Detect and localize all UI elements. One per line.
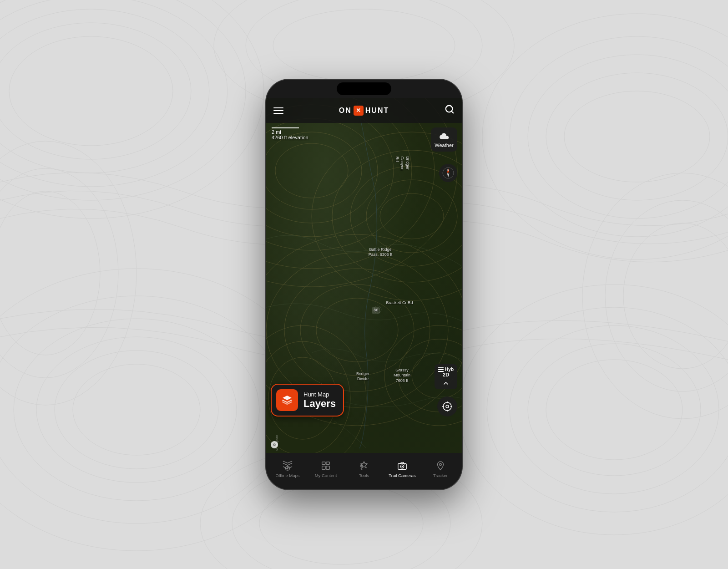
svg-rect-76	[322, 466, 325, 469]
chevron-up-icon	[444, 382, 448, 385]
svg-point-8	[528, 55, 728, 218]
svg-point-13	[36, 337, 237, 483]
svg-point-80	[402, 466, 403, 467]
compass-icon: N	[442, 167, 455, 179]
svg-point-0	[9, 36, 173, 146]
elevation-text: 4260 ft elevation	[272, 135, 308, 140]
svg-point-26	[0, 168, 118, 378]
tracker-icon	[435, 460, 445, 471]
svg-rect-77	[326, 466, 329, 469]
svg-point-81	[404, 464, 405, 465]
app-logo: ON ✕ HUNT	[339, 106, 389, 116]
svg-point-57	[374, 306, 381, 313]
svg-point-22	[273, 9, 455, 82]
my-content-label: My Content	[315, 473, 337, 478]
map-type-label: Hyb	[438, 367, 454, 372]
layers-text-container: Hunt Map Layers	[303, 391, 336, 409]
bottom-navigation: Offline Maps My Content T	[266, 453, 462, 489]
svg-point-39	[266, 98, 435, 269]
svg-point-3	[0, 0, 228, 187]
menu-button[interactable]	[273, 107, 283, 114]
svg-point-27	[0, 141, 136, 405]
svg-rect-64	[438, 367, 444, 368]
svg-point-11	[73, 364, 200, 455]
svg-point-2	[0, 9, 209, 173]
map-info: 2 mi 4260 ft elevation	[272, 127, 308, 140]
nav-item-my-content[interactable]: My Content	[307, 460, 345, 478]
svg-rect-74	[322, 462, 325, 464]
my-content-icon	[321, 460, 331, 471]
offline-maps-label: Offline Maps	[275, 473, 299, 478]
svg-point-25	[0, 191, 100, 355]
search-icon	[445, 104, 455, 114]
map-container[interactable]: ON ✕ HUNT 2 mi 4260 ft elevation Battle …	[266, 98, 462, 453]
search-button[interactable]	[445, 104, 455, 117]
svg-point-31	[259, 483, 423, 564]
phone-status-bar	[266, 80, 462, 98]
mapbox-logo: ©	[271, 441, 278, 448]
offline-maps-icon	[283, 460, 293, 471]
weather-label: Weather	[435, 142, 453, 148]
svg-point-4	[0, 0, 246, 200]
svg-text:N: N	[447, 168, 449, 171]
svg-point-37	[266, 105, 394, 237]
svg-point-41	[380, 193, 444, 239]
nav-item-tracker[interactable]: Tracker	[421, 460, 460, 478]
svg-point-18	[528, 344, 701, 476]
nav-item-tools[interactable]: Tools	[345, 460, 383, 478]
logo-x: ✕	[354, 106, 364, 116]
hunt-map-layers-button[interactable]: Hunt Map Layers	[271, 384, 344, 417]
tracker-label: Tracker	[433, 473, 448, 478]
weather-widget[interactable]: Weather	[431, 127, 457, 152]
trail-cameras-icon	[397, 460, 407, 471]
compass-widget[interactable]: N	[439, 164, 457, 182]
svg-marker-62	[447, 173, 450, 178]
map-type-text: Hyb	[445, 367, 454, 372]
map-layers-small-icon	[438, 367, 444, 372]
tools-icon	[359, 460, 369, 471]
logo-on: ON	[339, 107, 352, 115]
map-dimension-text: 2D	[438, 372, 454, 377]
map-type-selector[interactable]: Hyb 2D	[435, 364, 457, 389]
svg-point-34	[275, 143, 348, 198]
svg-point-82	[440, 463, 442, 465]
svg-point-5	[0, 0, 264, 218]
svg-point-28	[623, 223, 728, 369]
map-elevation: 4260 ft elevation	[272, 135, 308, 140]
tools-label: Tools	[359, 473, 369, 478]
weather-cloud-icon	[438, 131, 450, 141]
menu-icon	[273, 113, 283, 114]
menu-icon	[273, 110, 283, 111]
menu-icon	[273, 107, 283, 108]
svg-point-12	[55, 351, 218, 469]
crosshair-button[interactable]	[437, 396, 457, 417]
dynamic-island	[337, 82, 391, 95]
svg-point-6	[564, 91, 710, 182]
layers-icon	[281, 394, 293, 406]
mapbox-logo-circle: ©	[271, 441, 278, 448]
svg-rect-65	[438, 369, 444, 370]
svg-point-30	[582, 173, 728, 419]
svg-point-20	[487, 307, 728, 512]
svg-point-9	[510, 36, 728, 237]
svg-point-17	[546, 360, 682, 460]
trail-cameras-label: Trail Cameras	[389, 473, 415, 478]
nav-item-offline-maps[interactable]: Offline Maps	[268, 460, 307, 478]
svg-point-67	[443, 402, 451, 411]
hunt-map-label: Hunt Map	[303, 391, 336, 398]
crosshair-icon	[442, 401, 453, 412]
map-scale: 2 mi	[272, 129, 308, 135]
layers-icon-background	[276, 389, 298, 411]
scale-line	[272, 127, 299, 128]
svg-rect-75	[326, 462, 329, 464]
svg-line-59	[451, 111, 453, 113]
svg-point-19	[510, 325, 719, 494]
svg-point-68	[446, 405, 449, 408]
phone-device: ON ✕ HUNT 2 mi 4260 ft elevation Battle …	[266, 80, 462, 489]
svg-point-21	[460, 284, 728, 535]
map-navbar: ON ✕ HUNT	[266, 98, 462, 123]
svg-point-14	[14, 319, 259, 501]
nav-item-trail-cameras[interactable]: Trail Cameras	[383, 460, 421, 478]
logo-hunt: HUNT	[365, 107, 389, 115]
svg-point-45	[312, 132, 462, 300]
